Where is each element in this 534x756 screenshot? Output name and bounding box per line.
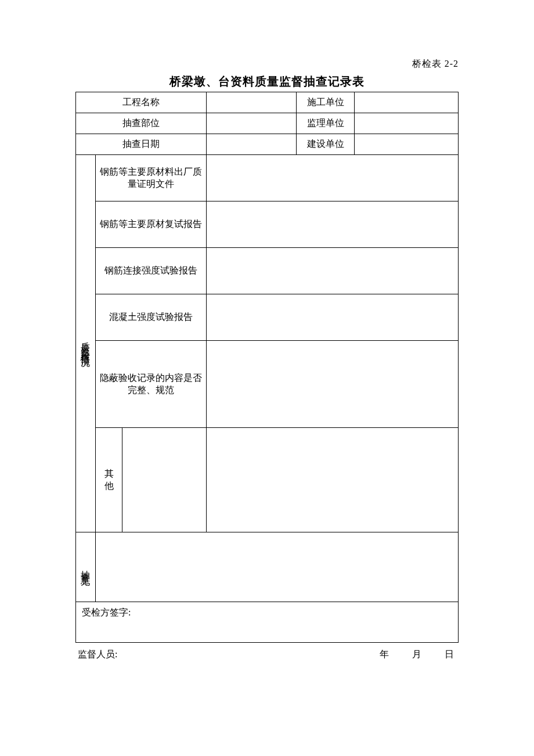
- table-row: 混凝土强度试验报告: [76, 294, 459, 341]
- inspect-part-label: 抽查部位: [76, 113, 207, 134]
- inspection-item-value[interactable]: [207, 155, 459, 201]
- project-name-value[interactable]: [207, 92, 297, 113]
- table-row: 质量监督检查情况 钢筋等主要原材料出厂质量证明文件: [76, 155, 459, 201]
- form-id-label: 桥检表 2-2: [75, 58, 459, 70]
- inspect-part-value[interactable]: [207, 113, 297, 134]
- month-label: 月: [412, 649, 424, 661]
- opinion-label: 抽查意见: [76, 532, 96, 602]
- form-title: 桥梁墩、台资料质量监督抽查记录表: [75, 74, 459, 89]
- table-row: 抽查部位 监理单位: [76, 113, 459, 134]
- signature-label: 受检方签字:: [82, 607, 131, 617]
- inspect-date-value[interactable]: [207, 134, 297, 155]
- other-sublabel[interactable]: [122, 428, 207, 532]
- project-name-label: 工程名称: [76, 92, 207, 113]
- table-row: 受检方签字:: [76, 602, 459, 643]
- signature-cell[interactable]: 受检方签字:: [76, 602, 459, 643]
- inspection-item-value[interactable]: [207, 341, 459, 428]
- table-row: 抽查意见: [76, 532, 459, 602]
- opinion-value[interactable]: [96, 532, 459, 602]
- inspection-item-label: 隐蔽验收记录的内容是否完整、规范: [96, 341, 207, 428]
- other-value[interactable]: [207, 428, 459, 532]
- table-row: 其他: [76, 428, 459, 532]
- table-row: 钢筋等主要原材复试报告: [76, 201, 459, 248]
- inspection-item-label: 钢筋等主要原材复试报告: [96, 201, 207, 248]
- day-label: 日: [445, 649, 456, 661]
- inspection-item-value[interactable]: [207, 248, 459, 294]
- contractor-value[interactable]: [355, 92, 459, 113]
- inspection-item-value[interactable]: [207, 201, 459, 248]
- inspector-label: 监督人员:: [78, 649, 117, 659]
- contractor-label: 施工单位: [297, 92, 355, 113]
- inspection-item-label: 钢筋连接强度试验报告: [96, 248, 207, 294]
- supervisor-label: 监理单位: [297, 113, 355, 134]
- owner-value[interactable]: [355, 134, 459, 155]
- other-label: 其他: [96, 428, 122, 532]
- inspection-item-label: 钢筋等主要原材料出厂质量证明文件: [96, 155, 207, 201]
- year-label: 年: [380, 649, 391, 661]
- supervisor-value[interactable]: [355, 113, 459, 134]
- owner-label: 建设单位: [297, 134, 355, 155]
- table-row: 隐蔽验收记录的内容是否完整、规范: [76, 341, 459, 428]
- inspection-item-value[interactable]: [207, 294, 459, 341]
- table-row: 工程名称 施工单位: [76, 92, 459, 113]
- table-row: 抽查日期 建设单位: [76, 134, 459, 155]
- inspect-date-label: 抽查日期: [76, 134, 207, 155]
- inspection-form-table: 工程名称 施工单位 抽查部位 监理单位 抽查日期 建设单位 质量监督检查情况 钢…: [75, 92, 459, 643]
- inspection-item-label: 混凝土强度试验报告: [96, 294, 207, 341]
- footer-row: 监督人员: 年 月 日: [75, 643, 459, 661]
- table-row: 钢筋连接强度试验报告: [76, 248, 459, 294]
- inspection-section-label: 质量监督检查情况: [76, 155, 96, 532]
- date-box: 年 月 日: [366, 649, 456, 661]
